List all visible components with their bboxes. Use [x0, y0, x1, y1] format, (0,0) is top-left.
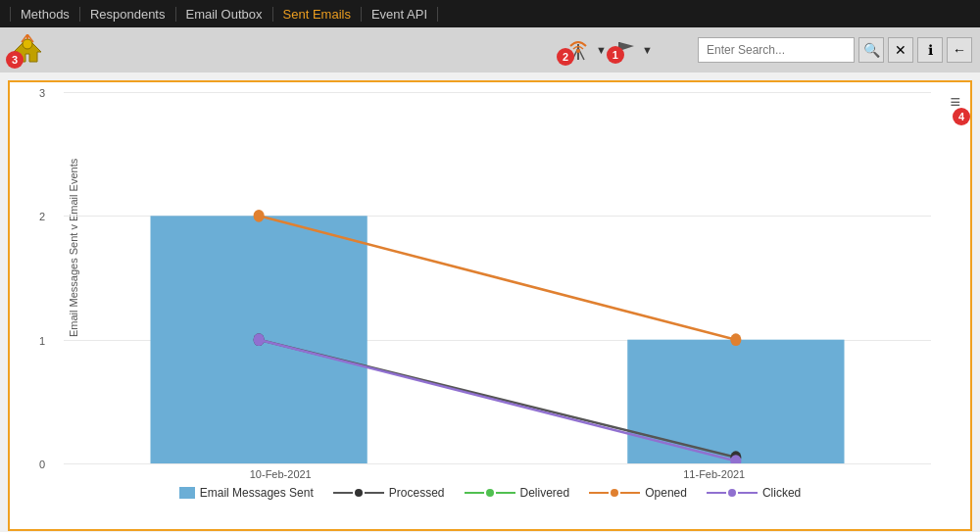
chart-legend: Email Messages Sent Processed Delivered [10, 486, 970, 500]
nav-methods[interactable]: Methods [10, 7, 80, 22]
legend-opened-line [589, 489, 640, 497]
nav-event-api[interactable]: Event API [362, 7, 438, 22]
badge-2: 2 [557, 48, 574, 66]
svg-point-8 [576, 49, 580, 53]
legend-processed-dot [355, 489, 363, 497]
search-button[interactable]: 🔍 [858, 37, 884, 63]
legend-opened-dash [589, 492, 609, 494]
legend-delivered-label: Delivered [520, 486, 570, 500]
nav-respondents[interactable]: Respondents [80, 7, 176, 22]
x-axis: 10-Feb-2021 11-Feb-2021 [10, 464, 970, 480]
chart-plot: 3 2 1 0 [64, 92, 931, 464]
nav-sent-emails[interactable]: Sent Emails [273, 7, 362, 22]
antenna-dropdown[interactable]: ▼ [596, 44, 607, 56]
legend-delivered-line [465, 489, 515, 497]
legend-processed-dash [333, 492, 353, 494]
legend-processed-line [333, 489, 384, 497]
y-tick-2: 2 [39, 211, 45, 222]
svg-point-1 [23, 39, 32, 49]
legend-opened-dash2 [620, 492, 640, 494]
legend-delivered: Delivered [465, 486, 570, 500]
legend-processed: Processed [333, 486, 445, 500]
bar-11feb [627, 340, 844, 463]
x-label-11feb: 11-Feb-2021 [498, 468, 932, 480]
toolbar-search: 🔍 ✕ ℹ ← [698, 37, 972, 63]
legend-opened: Opened [589, 486, 687, 500]
back-button[interactable]: ← [947, 37, 972, 63]
chart-area: Email Messages Sent v Email Events 3 2 1… [10, 92, 970, 464]
legend-clicked-line [707, 489, 758, 497]
legend-delivered-dash2 [496, 492, 515, 494]
legend-clicked-dash [707, 492, 726, 494]
legend-delivered-dash [465, 492, 484, 494]
opened-dot-2 [730, 333, 741, 346]
search-input[interactable] [698, 37, 855, 63]
legend-bar-color [179, 487, 195, 499]
legend-email-messages-sent: Email Messages Sent [179, 486, 314, 500]
legend-clicked-label: Clicked [762, 486, 801, 500]
clear-search-button[interactable]: ✕ [888, 37, 913, 63]
legend-processed-label: Processed [389, 486, 445, 500]
toolbar-left: 3 ▼ 2 [8, 30, 653, 70]
info-button[interactable]: ℹ [917, 37, 943, 63]
y-tick-3: 3 [39, 87, 45, 99]
legend-email-label: Email Messages Sent [200, 486, 314, 500]
chart-container: ≡ 4 Email Messages Sent v Email Events 3… [8, 80, 972, 531]
nav-email-outbox[interactable]: Email Outbox [176, 7, 273, 22]
y-tick-0: 0 [39, 459, 45, 470]
legend-delivered-dot [486, 489, 494, 497]
main-content: ≡ 4 Email Messages Sent v Email Events 3… [0, 73, 980, 532]
chart-menu-button[interactable]: ≡ [950, 92, 960, 113]
legend-opened-dot [611, 489, 618, 497]
legend-clicked-dot [728, 489, 736, 497]
toolbar: 3 ▼ 2 [0, 27, 980, 73]
legend-clicked-dash2 [738, 492, 758, 494]
clicked-dot-1 [254, 333, 265, 346]
legend-clicked: Clicked [707, 486, 801, 500]
badge-3: 3 [6, 51, 24, 69]
opened-dot-1 [254, 210, 265, 222]
x-label-10feb: 10-Feb-2021 [64, 468, 498, 480]
y-tick-1: 1 [39, 335, 45, 347]
flag-dropdown[interactable]: ▼ [642, 44, 653, 56]
legend-opened-label: Opened [645, 486, 687, 500]
badge-1: 1 [607, 46, 624, 64]
chart-svg [64, 92, 931, 463]
nav-bar: Methods Respondents Email Outbox Sent Em… [0, 0, 980, 27]
legend-processed-dash2 [365, 492, 384, 494]
